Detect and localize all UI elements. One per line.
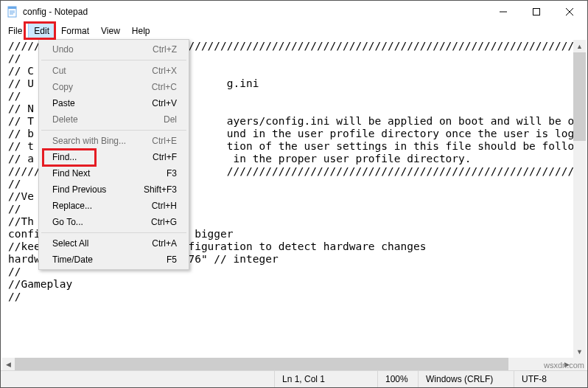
menu-find-next-shortcut: F3	[167, 168, 177, 179]
menu-time-date-label: Time/Date	[52, 254, 93, 265]
status-zoom: 100%	[377, 371, 418, 387]
status-line-ending: Windows (CRLF)	[418, 371, 514, 387]
menu-select-all-label: Select All	[52, 238, 88, 249]
menu-bing-label: Search with Bing...	[52, 136, 126, 146]
maximize-icon	[533, 8, 540, 15]
watermark: wsxdn.com	[544, 361, 584, 370]
menu-bar: File Edit Format View Help	[1, 23, 587, 38]
scroll-thumb[interactable]	[573, 52, 586, 141]
menu-find-previous[interactable]: Find PreviousShift+F3	[41, 181, 187, 198]
menu-goto-label: Go To...	[52, 217, 83, 227]
menu-paste-label: Paste	[52, 98, 75, 108]
menu-undo[interactable]: UndoCtrl+Z	[41, 41, 187, 58]
menu-paste[interactable]: PasteCtrl+V	[41, 95, 187, 111]
status-encoding: UTF-8	[514, 371, 587, 387]
svg-rect-1	[8, 7, 16, 9]
minimize-button[interactable]	[486, 1, 519, 23]
menu-copy-label: Copy	[52, 82, 73, 92]
menu-replace-shortcut: Ctrl+H	[152, 201, 177, 211]
editor-line: //	[2, 291, 586, 303]
scroll-left-icon[interactable]: ◀	[2, 358, 15, 370]
scroll-thumb[interactable]	[15, 358, 508, 370]
menu-edit[interactable]: Edit	[28, 23, 55, 38]
minimize-icon	[500, 8, 507, 15]
status-bar: Ln 1, Col 1 100% Windows (CRLF) UTF-8	[1, 370, 587, 387]
menu-bing-shortcut: Ctrl+E	[152, 136, 177, 146]
scroll-up-icon[interactable]: ▲	[573, 40, 586, 52]
edit-dropdown: UndoCtrl+Z CutCtrl+X CopyCtrl+C PasteCtr…	[38, 39, 189, 270]
menu-time-date-shortcut: F5	[167, 254, 177, 265]
close-icon	[566, 8, 573, 15]
menu-select-all[interactable]: Select AllCtrl+A	[41, 235, 187, 252]
menu-goto-shortcut: Ctrl+G	[151, 217, 177, 227]
window-title: config - Notepad	[23, 7, 88, 17]
menu-delete[interactable]: DeleteDel	[41, 111, 187, 128]
vertical-scrollbar[interactable]: ▲ ▼	[573, 40, 586, 358]
horizontal-scrollbar[interactable]: ◀ ▶	[2, 358, 573, 370]
editor-line: //Gameplay	[2, 278, 586, 291]
menu-format[interactable]: Format	[55, 23, 95, 38]
menu-copy-shortcut: Ctrl+C	[152, 82, 177, 92]
menu-find-prev-shortcut: Shift+F3	[144, 184, 177, 195]
menu-delete-label: Delete	[52, 114, 78, 125]
menu-undo-shortcut: Ctrl+Z	[153, 44, 177, 55]
menu-find-label: Find...	[52, 152, 77, 162]
notepad-icon	[7, 6, 18, 18]
menu-undo-label: Undo	[52, 44, 74, 55]
menu-find-next-label: Find Next	[52, 168, 90, 179]
menu-cut[interactable]: CutCtrl+X	[41, 63, 187, 79]
maximize-button[interactable]	[519, 1, 553, 23]
menu-help[interactable]: Help	[126, 23, 156, 38]
title-bar: config - Notepad	[1, 1, 587, 23]
menu-delete-shortcut: Del	[164, 114, 177, 125]
menu-separator	[41, 232, 186, 233]
close-button[interactable]	[553, 1, 586, 23]
menu-find-next[interactable]: Find NextF3	[41, 165, 187, 181]
menu-replace-label: Replace...	[52, 201, 92, 211]
menu-separator	[41, 60, 186, 60]
menu-find-shortcut: Ctrl+F	[153, 152, 177, 162]
menu-find-prev-label: Find Previous	[52, 184, 106, 195]
menu-select-all-shortcut: Ctrl+A	[152, 238, 177, 249]
menu-copy[interactable]: CopyCtrl+C	[41, 79, 187, 95]
menu-view[interactable]: View	[95, 23, 126, 38]
menu-search-bing[interactable]: Search with Bing...Ctrl+E	[41, 133, 187, 149]
menu-cut-shortcut: Ctrl+X	[152, 66, 177, 76]
menu-paste-shortcut: Ctrl+V	[152, 98, 177, 108]
menu-find[interactable]: Find...Ctrl+F	[41, 149, 187, 165]
scroll-down-icon[interactable]: ▼	[573, 345, 586, 358]
menu-time-date[interactable]: Time/DateF5	[41, 252, 187, 268]
menu-cut-label: Cut	[52, 66, 66, 76]
menu-goto[interactable]: Go To...Ctrl+G	[41, 214, 187, 230]
svg-rect-6	[533, 9, 539, 15]
menu-file[interactable]: File	[2, 23, 28, 38]
menu-replace[interactable]: Replace...Ctrl+H	[41, 198, 187, 214]
status-position: Ln 1, Col 1	[274, 371, 377, 387]
menu-separator	[41, 130, 186, 131]
